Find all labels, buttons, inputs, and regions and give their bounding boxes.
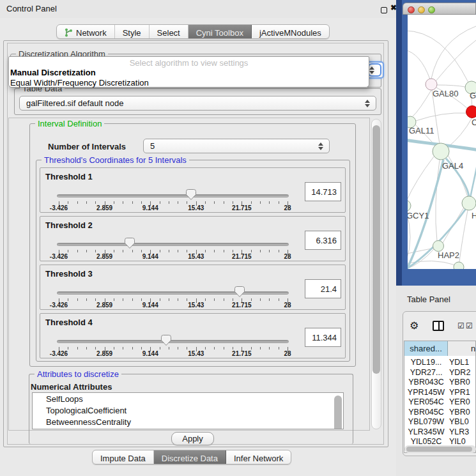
tick-mark bbox=[95, 250, 96, 252]
network-node-red[interactable] bbox=[466, 106, 476, 118]
tab-infer-network[interactable]: Infer Network bbox=[226, 450, 291, 464]
close-traffic-light[interactable] bbox=[408, 6, 415, 13]
tick-mark bbox=[77, 298, 78, 301]
tick-mark bbox=[269, 298, 270, 301]
tab-select[interactable]: Select bbox=[150, 25, 188, 38]
checkbox-icon-2[interactable]: ☑ bbox=[466, 321, 473, 330]
table-data-value: galFiltered.sif default node bbox=[26, 98, 123, 108]
tick-label: 28 bbox=[268, 204, 307, 211]
dropdown-option-manual[interactable]: Manual Discretization bbox=[10, 68, 96, 77]
gear-icon[interactable]: ⚙ bbox=[410, 319, 418, 332]
tab-impute-data[interactable]: Impute Data bbox=[93, 450, 154, 464]
column-header-shared-name[interactable]: shared... bbox=[404, 341, 448, 356]
tick-mark bbox=[86, 347, 87, 349]
threshold-slider-track[interactable] bbox=[57, 340, 289, 343]
network-canvas[interactable]: GAL80GACGAL11GAL4GCY1HHAP2 bbox=[408, 15, 476, 269]
combo-stepper-cap[interactable] bbox=[368, 63, 381, 77]
tick-mark bbox=[114, 298, 114, 301]
threshold-panel: Threshold 2 -3.4262.8599.14415.4321.7152… bbox=[40, 216, 346, 261]
tick-mark bbox=[132, 298, 133, 301]
cell-shared-name: YLR345W bbox=[404, 427, 448, 436]
tab-network[interactable]: Network bbox=[57, 25, 115, 38]
cell-name: YLR3 bbox=[449, 427, 476, 436]
tick-mark bbox=[169, 298, 169, 301]
group-title-interval-definition: Interval Definition bbox=[35, 119, 104, 128]
attributes-scrollbar-thumb[interactable] bbox=[334, 395, 342, 429]
threshold-value-field[interactable]: 6.316 bbox=[305, 231, 341, 250]
tab-cyni-toolbox[interactable]: Cyni Toolbox bbox=[188, 25, 252, 38]
tick-mark bbox=[169, 347, 169, 349]
apply-button[interactable]: Apply bbox=[171, 432, 214, 445]
tick-label: 9.144 bbox=[131, 302, 169, 309]
node-label-c: C bbox=[472, 118, 476, 127]
tab-style[interactable]: Style bbox=[115, 25, 150, 38]
tick-label: 2.859 bbox=[86, 302, 124, 309]
attribute-item-selfloops[interactable]: SelfLoops bbox=[33, 393, 343, 404]
threshold-slider-thumb[interactable] bbox=[234, 286, 245, 297]
network-node-green[interactable] bbox=[433, 241, 444, 252]
threshold-slider-track[interactable] bbox=[57, 291, 289, 295]
vertical-scrollbar-thumb[interactable] bbox=[372, 125, 380, 374]
number-of-intervals-value: 5 bbox=[150, 141, 155, 151]
network-window-titlebar[interactable] bbox=[403, 3, 476, 15]
attribute-item-betweennesscentrality[interactable]: BetweennessCentrality bbox=[33, 416, 343, 427]
tab-jactivemnodules[interactable]: jActiveMNodules bbox=[252, 25, 329, 38]
table-row[interactable]: YDR27...YDR2 bbox=[404, 368, 476, 378]
node-attribute-table[interactable]: shared... na YDL19...YDL1YDR27...YDR2YBR… bbox=[404, 341, 476, 453]
table-row[interactable]: YDL19...YDL1 bbox=[404, 358, 476, 368]
columns-icon[interactable] bbox=[433, 321, 444, 331]
zoom-traffic-light[interactable] bbox=[428, 6, 435, 13]
number-of-intervals-label: Number of Intervals bbox=[48, 142, 126, 151]
threshold-slider-track[interactable] bbox=[57, 194, 289, 197]
numerical-attributes-list[interactable]: SelfLoopsTopologicalCoefficientBetweenne… bbox=[32, 392, 344, 429]
network-node-green[interactable] bbox=[462, 196, 476, 210]
column-header-name[interactable]: na bbox=[448, 341, 476, 356]
tick-mark bbox=[141, 298, 142, 301]
tick-label: 21.715 bbox=[222, 204, 261, 211]
network-node-green[interactable] bbox=[408, 200, 411, 211]
tick-mark bbox=[123, 201, 123, 204]
tick-label: 15.43 bbox=[177, 302, 215, 309]
network-node-green[interactable] bbox=[454, 262, 464, 269]
threshold-slider-thumb[interactable] bbox=[186, 189, 196, 200]
threshold-slider-thumb[interactable] bbox=[125, 238, 135, 249]
tick-mark bbox=[233, 250, 233, 252]
tab-label: Cyni Toolbox bbox=[196, 28, 243, 38]
tick-mark bbox=[187, 250, 187, 252]
dropdown-option-equal-width[interactable]: Equal Width/Frequency Discretization bbox=[10, 78, 149, 88]
tick-mark bbox=[260, 298, 261, 301]
tab-discretize-data[interactable]: Discretize Data bbox=[154, 450, 226, 464]
threshold-value-field[interactable]: 11.344 bbox=[305, 328, 341, 347]
number-of-intervals-combobox[interactable]: 5 bbox=[143, 139, 330, 153]
tick-mark bbox=[95, 347, 96, 349]
table-row[interactable]: YLR345WYLR3 bbox=[404, 427, 476, 438]
threshold-value-field[interactable]: 21.4 bbox=[305, 279, 341, 298]
float-window-icon[interactable] bbox=[381, 7, 387, 13]
cell-name: YPR1 bbox=[449, 388, 476, 397]
tick-mark bbox=[86, 298, 87, 301]
table-row[interactable]: YBR043CYBR0 bbox=[404, 378, 476, 388]
table-horizontal-scrollbar-thumb[interactable] bbox=[406, 447, 472, 452]
threshold-value-field[interactable]: 14.713 bbox=[305, 182, 341, 201]
threshold-slider-thumb[interactable] bbox=[161, 335, 171, 346]
group-title-attributes: Attributes to discretize bbox=[35, 369, 121, 379]
checkbox-icon-1[interactable]: ☑ bbox=[457, 321, 464, 330]
table-row[interactable]: YER054CYER0 bbox=[404, 397, 476, 408]
tick-label: 28 bbox=[268, 253, 307, 260]
table-data-combobox[interactable]: galFiltered.sif default node bbox=[19, 96, 376, 111]
attribute-item-topologicalcoefficient[interactable]: TopologicalCoefficient bbox=[33, 404, 343, 416]
tick-mark bbox=[77, 201, 78, 204]
table-row[interactable]: YBL079WYBL0 bbox=[404, 417, 476, 427]
table-row[interactable]: YBR045CYBR0 bbox=[404, 408, 476, 418]
tick-mark bbox=[279, 298, 279, 301]
cell-shared-name: YPR145W bbox=[404, 388, 448, 397]
cell-name: YIL0 bbox=[449, 437, 476, 446]
threshold-panel: Threshold 1 -3.4262.8599.14415.4321.7152… bbox=[40, 167, 346, 213]
top-tab-bar: NetworkStyleSelectCyni ToolboxjActiveMNo… bbox=[56, 24, 330, 39]
network-node-green[interactable] bbox=[433, 143, 449, 160]
minimize-traffic-light[interactable] bbox=[418, 6, 425, 13]
table-row[interactable]: YPR145WYPR1 bbox=[404, 388, 476, 398]
threshold-slider-track[interactable] bbox=[57, 243, 289, 246]
threshold-panel: Threshold 4 -3.4262.8599.14415.4321.7152… bbox=[40, 313, 346, 358]
tick-label: 9.144 bbox=[131, 253, 169, 260]
